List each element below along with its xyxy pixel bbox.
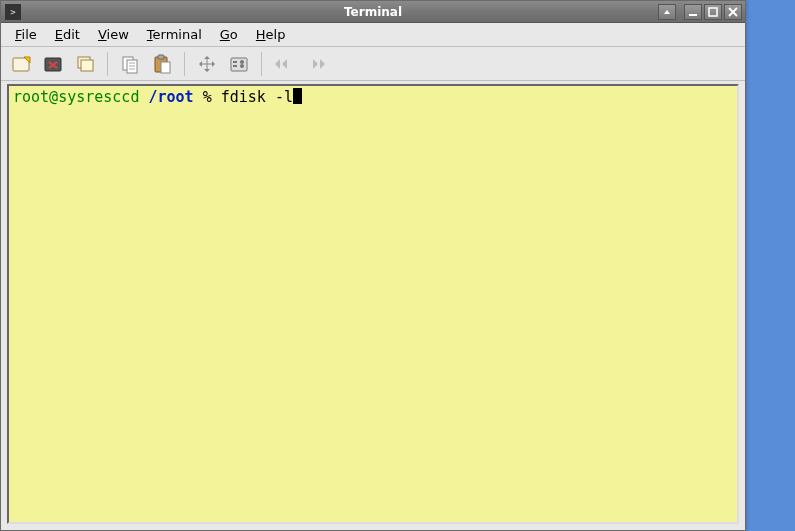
prev-tab-icon <box>273 54 295 74</box>
paste-button[interactable] <box>147 50 177 78</box>
terminal-area-wrap: root@sysresccd /root % fdisk -l <box>1 81 745 530</box>
menu-view[interactable]: View <box>90 25 137 44</box>
menu-go[interactable]: Go <box>212 25 246 44</box>
cursor <box>293 88 302 104</box>
toolbar-separator <box>107 52 108 76</box>
new-window-icon <box>75 54 95 74</box>
copy-icon <box>120 54 140 74</box>
menu-file[interactable]: File <box>7 25 45 44</box>
close-tab-icon <box>43 54 63 74</box>
minimize-icon <box>688 7 698 17</box>
copy-button[interactable] <box>115 50 145 78</box>
window-controls <box>658 4 745 20</box>
command-text: fdisk -l <box>221 88 293 106</box>
svg-rect-16 <box>233 61 237 63</box>
menu-help[interactable]: Help <box>248 25 294 44</box>
menu-edit[interactable]: Edit <box>47 25 88 44</box>
titlebar[interactable]: Terminal <box>1 1 745 23</box>
toolbar-separator <box>184 52 185 76</box>
preferences-icon <box>229 54 249 74</box>
terminal-app-icon <box>5 4 21 20</box>
shade-icon <box>662 7 672 17</box>
svg-point-19 <box>240 64 244 68</box>
next-tab-icon <box>305 54 327 74</box>
menu-terminal[interactable]: Terminal <box>139 25 210 44</box>
svg-rect-15 <box>231 58 247 71</box>
maximize-button[interactable] <box>704 4 722 20</box>
maximize-icon <box>708 7 718 17</box>
fullscreen-button[interactable] <box>192 50 222 78</box>
prev-tab-button[interactable] <box>269 50 299 78</box>
shade-button[interactable] <box>658 4 676 20</box>
svg-rect-14 <box>161 62 170 73</box>
svg-rect-0 <box>689 14 697 16</box>
window-title: Terminal <box>1 5 745 19</box>
prompt-path: /root <box>148 88 193 106</box>
terminal-window: Terminal File Edit View Terminal Go Help <box>0 0 746 531</box>
svg-rect-6 <box>81 60 93 71</box>
fullscreen-icon <box>197 54 217 74</box>
new-tab-icon <box>11 54 31 74</box>
svg-point-18 <box>240 60 244 64</box>
svg-rect-17 <box>233 65 237 67</box>
svg-rect-1 <box>709 8 717 16</box>
new-window-button[interactable] <box>70 50 100 78</box>
toolbar <box>1 47 745 81</box>
svg-rect-13 <box>158 55 164 59</box>
close-icon <box>728 7 738 17</box>
paste-icon <box>152 54 172 74</box>
prompt-user: root@sysresccd <box>13 88 139 106</box>
close-button[interactable] <box>724 4 742 20</box>
preferences-button[interactable] <box>224 50 254 78</box>
minimize-button[interactable] <box>684 4 702 20</box>
new-tab-button[interactable] <box>6 50 36 78</box>
next-tab-button[interactable] <box>301 50 331 78</box>
menubar: File Edit View Terminal Go Help <box>1 23 745 47</box>
toolbar-separator <box>261 52 262 76</box>
close-tab-button[interactable] <box>38 50 68 78</box>
terminal-output[interactable]: root@sysresccd /root % fdisk -l <box>7 84 739 524</box>
prompt-symbol: % <box>203 88 212 106</box>
